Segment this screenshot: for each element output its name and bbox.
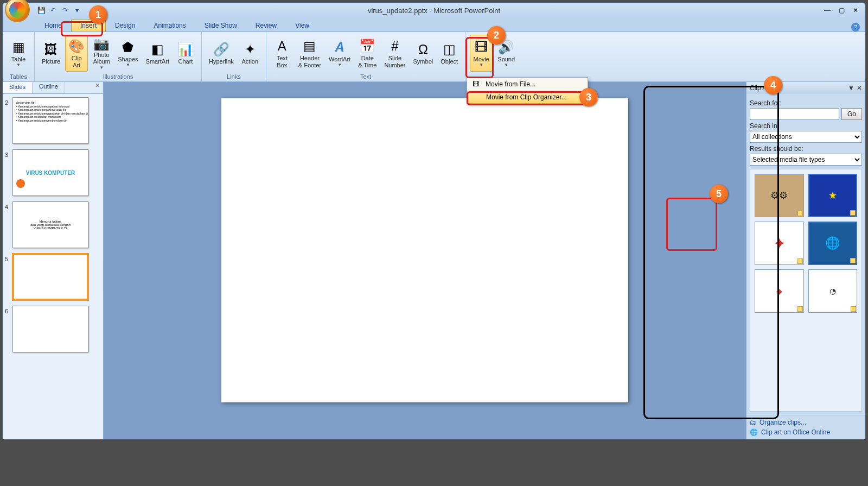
- thumb-num-6: 6: [5, 306, 12, 314]
- tab-view[interactable]: View: [286, 19, 318, 31]
- textbox-icon: A: [273, 37, 291, 55]
- search-for-label: Search for:: [750, 99, 862, 107]
- symbol-button[interactable]: ΩSymbol: [411, 35, 436, 72]
- callout-2: 2: [487, 26, 506, 45]
- restore-icon[interactable]: ▢: [835, 6, 848, 15]
- photoalbum-button[interactable]: 📷Photo Album▼: [90, 35, 113, 72]
- chart-button[interactable]: 📊Chart: [174, 35, 197, 72]
- table-icon: ▦: [10, 39, 27, 56]
- results-grid: ⚙⚙ ★ ✦ 🌐 ◆ ◔: [750, 169, 862, 412]
- slide-thumbnails: 2destur virus file : • Kemampuan untuk m…: [3, 94, 103, 439]
- clip-result-1[interactable]: ⚙⚙: [755, 174, 804, 217]
- window-title: virus_update2.pptx - Microsoft PowerPoin…: [368, 7, 500, 15]
- movie-from-organizer-item[interactable]: Movie from Clip Organizer...: [467, 91, 588, 104]
- headerfooter-button[interactable]: ▤Header & Footer: [296, 35, 324, 72]
- undo-icon[interactable]: ↶: [48, 5, 58, 15]
- thumb-2[interactable]: destur virus file : • Kemampuan untuk me…: [12, 97, 88, 144]
- datetime-button[interactable]: 📅Date & Time: [355, 35, 379, 72]
- symbol-icon: Ω: [414, 41, 432, 58]
- film-icon: 🎞: [469, 80, 482, 88]
- group-text: AText Box ▤Header & Footer AWordArt▼ 📅Da…: [266, 32, 465, 81]
- thumb-num-3: 3: [5, 149, 12, 158]
- group-text-label: Text: [267, 73, 464, 80]
- picture-button[interactable]: 🖼Picture: [39, 35, 63, 72]
- clip-result-3[interactable]: ✦: [755, 222, 804, 265]
- ribbon: ▦Table▼ Tables 🖼Picture 🎨Clip Art 📷Photo…: [3, 32, 865, 82]
- group-links-label: Links: [203, 73, 265, 80]
- group-tables: ▦Table▼ Tables: [3, 32, 35, 81]
- object-button[interactable]: ◫Object: [438, 35, 461, 72]
- action-button[interactable]: ✦Action: [239, 35, 261, 72]
- action-icon: ✦: [241, 41, 259, 58]
- smartart-icon: ◧: [149, 41, 166, 58]
- clipart-menu-icon[interactable]: ▼: [848, 84, 854, 92]
- group-tables-label: Tables: [4, 73, 33, 80]
- photoalbum-icon: 📷: [93, 36, 110, 52]
- slidenumber-icon: #: [386, 37, 404, 55]
- clipart-footer: 🗂Organize clips... 🌐Clip art on Office O…: [746, 415, 865, 439]
- titlebar: 💾 ↶ ↷ ▾ virus_update2.pptx - Microsoft P…: [3, 3, 865, 18]
- group-illustrations-label: Illustrations: [36, 73, 200, 80]
- close-icon[interactable]: ✕: [849, 6, 862, 15]
- help-icon[interactable]: ?: [851, 23, 860, 31]
- shapes-button[interactable]: ⬟Shapes▼: [115, 35, 141, 72]
- office-online-link[interactable]: 🌐Clip art on Office Online: [750, 427, 862, 437]
- thumb-6[interactable]: [12, 306, 88, 352]
- clip-result-5[interactable]: ◆: [755, 269, 804, 313]
- minimize-icon[interactable]: —: [821, 6, 834, 15]
- results-select[interactable]: Selected media file types: [750, 154, 862, 166]
- callout-4: 4: [764, 76, 782, 94]
- go-button[interactable]: Go: [841, 108, 862, 120]
- thumb-num-4: 4: [5, 201, 12, 210]
- organize-clips-link[interactable]: 🗂Organize clips...: [750, 418, 862, 427]
- movie-from-file-item[interactable]: 🎞Movie from File...: [467, 78, 588, 91]
- callout-5: 5: [710, 185, 728, 203]
- redo-icon[interactable]: ↷: [60, 5, 70, 15]
- slide-canvas[interactable]: [221, 98, 628, 402]
- results-should-label: Results should be:: [750, 145, 862, 153]
- clipart-icon: 🎨: [68, 37, 85, 55]
- search-in-select[interactable]: All collections: [750, 131, 862, 143]
- search-in-label: Search in:: [750, 122, 862, 130]
- tab-slideshow[interactable]: Slide Show: [195, 19, 246, 31]
- clip-result-2[interactable]: ★: [808, 174, 858, 217]
- datetime-icon: 📅: [359, 37, 376, 55]
- slides-panel-close-icon[interactable]: ✕: [92, 82, 103, 93]
- search-input[interactable]: [750, 108, 839, 120]
- thumb-5[interactable]: [12, 254, 88, 300]
- tab-design[interactable]: Design: [106, 19, 144, 31]
- object-icon: ◫: [441, 41, 458, 58]
- thumb-num-5: 5: [5, 254, 12, 262]
- textbox-button[interactable]: AText Box: [271, 35, 293, 72]
- ribbon-tabs: Home Insert Design Animations Slide Show…: [3, 18, 865, 32]
- slides-tab[interactable]: Slides: [3, 82, 33, 93]
- tab-animations[interactable]: Animations: [144, 19, 195, 31]
- outline-tab[interactable]: Outline: [33, 82, 65, 93]
- organize-icon: 🗂: [750, 419, 756, 426]
- group-links: 🔗Hyperlink ✦Action Links: [202, 32, 266, 81]
- thumb-3[interactable]: VIRUS KOMPUTER: [12, 149, 88, 196]
- quick-access-toolbar: 💾 ↶ ↷ ▾: [36, 5, 82, 15]
- chart-icon: 📊: [177, 41, 194, 58]
- thumb-num-2: 2: [5, 97, 12, 106]
- callout-1: 1: [89, 5, 107, 24]
- qat-more-icon[interactable]: ▾: [72, 5, 82, 15]
- wordart-button[interactable]: AWordArt▼: [326, 35, 353, 72]
- movie-dropdown: 🎞Movie from File... Movie from Clip Orga…: [467, 77, 588, 104]
- hyperlink-button[interactable]: 🔗Hyperlink: [206, 35, 237, 72]
- slidenumber-button[interactable]: #Slide Number: [381, 35, 408, 72]
- clip-result-4[interactable]: 🌐: [808, 222, 858, 265]
- smartart-button[interactable]: ◧SmartArt: [143, 35, 172, 72]
- thumb-4[interactable]: Menurut kalian, apa yang dimaksud dengan…: [12, 201, 88, 248]
- clipart-close-icon[interactable]: ✕: [857, 84, 862, 92]
- tab-review[interactable]: Review: [246, 19, 286, 31]
- clip-result-6[interactable]: ◔: [808, 269, 858, 313]
- save-icon[interactable]: 💾: [36, 5, 46, 15]
- table-button[interactable]: ▦Table▼: [7, 35, 30, 72]
- group-illustrations: 🖼Picture 🎨Clip Art 📷Photo Album▼ ⬟Shapes…: [35, 32, 202, 81]
- tab-home[interactable]: Home: [35, 19, 71, 31]
- clipart-button[interactable]: 🎨Clip Art: [65, 35, 88, 72]
- hyperlink-icon: 🔗: [213, 41, 230, 58]
- shapes-icon: ⬟: [119, 39, 137, 56]
- slides-panel: Slides Outline ✕ 2destur virus file : • …: [3, 82, 104, 439]
